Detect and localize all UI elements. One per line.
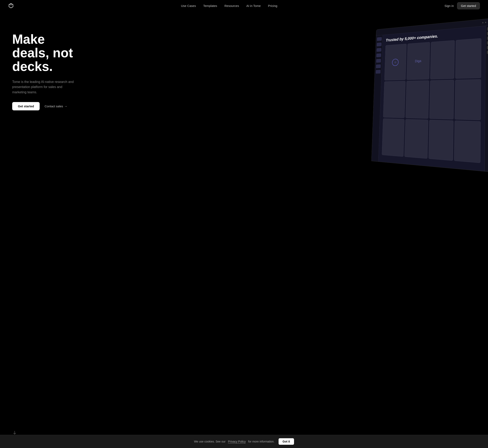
mockup-cell-6 bbox=[429, 80, 454, 119]
hero-buttons: Get started Contact sales → bbox=[12, 102, 77, 110]
hero-text-block: Make deals, not decks. Tome is the leadi… bbox=[12, 32, 77, 110]
nav-use-cases[interactable]: Use Cases bbox=[181, 4, 196, 8]
topbar-dot-2 bbox=[485, 22, 486, 23]
sign-in-button[interactable]: Sign in bbox=[445, 4, 454, 8]
hero-get-started-button[interactable]: Get started bbox=[12, 102, 40, 110]
app-mockup: Trusted by 5,000+ companies. ○ Diga bbox=[358, 16, 488, 179]
sidebar-thumb-7 bbox=[376, 70, 381, 74]
mockup-cell-0: ○ bbox=[384, 44, 407, 80]
mockup-cell-4 bbox=[383, 81, 406, 118]
right-icon-3 bbox=[487, 36, 488, 40]
navbar: Use Cases Templates Resources AI in Tome… bbox=[0, 0, 488, 11]
got-it-button[interactable]: Got it bbox=[279, 438, 294, 445]
nav-get-started-button[interactable]: Get started bbox=[457, 2, 480, 9]
hero-subtext: Tome is the leading AI-native research a… bbox=[12, 79, 77, 95]
cell-text-diga: Diga bbox=[415, 59, 421, 63]
mockup-cell-5 bbox=[406, 80, 429, 119]
right-icon-6 bbox=[487, 51, 488, 54]
mockup-cell-3 bbox=[455, 38, 481, 79]
hero-headline: Make deals, not decks. bbox=[12, 32, 77, 74]
sidebar-thumb-3 bbox=[377, 48, 381, 52]
mockup-cell-7 bbox=[455, 79, 481, 120]
sidebar-thumb-1 bbox=[377, 37, 382, 41]
sidebar-thumb-2 bbox=[377, 43, 382, 46]
mockup-cell-8 bbox=[382, 118, 404, 157]
mockup-cell-11 bbox=[454, 120, 481, 163]
nav-templates[interactable]: Templates bbox=[203, 4, 217, 8]
nav-pricing[interactable]: Pricing bbox=[268, 4, 277, 8]
nav-resources[interactable]: Resources bbox=[225, 4, 239, 8]
cookie-text-after: for more information. bbox=[248, 440, 274, 443]
right-icon-5 bbox=[487, 46, 488, 49]
mockup-cell-10 bbox=[428, 120, 454, 161]
topbar-dot-1 bbox=[482, 22, 484, 23]
sidebar-thumb-4 bbox=[376, 54, 381, 57]
mockup-cell-2 bbox=[430, 40, 455, 79]
nav-actions: Sign in Get started bbox=[445, 2, 480, 9]
scroll-down-icon bbox=[12, 430, 17, 435]
nav-links: Use Cases Templates Resources AI in Tome… bbox=[181, 4, 277, 8]
mockup-grid: ○ Diga bbox=[382, 38, 481, 163]
mockup-screen: Trusted by 5,000+ companies. ○ Diga bbox=[371, 18, 488, 172]
sidebar-thumb-6 bbox=[376, 64, 381, 68]
mockup-cell-1: Diga bbox=[407, 42, 430, 80]
sidebar-thumb-5 bbox=[376, 59, 381, 63]
nav-ai-in-tome[interactable]: AI in Tome bbox=[246, 4, 261, 8]
right-icon-1 bbox=[487, 27, 488, 31]
hero-section: Make deals, not decks. Tome is the leadi… bbox=[0, 0, 488, 448]
mockup-main: Trusted by 5,000+ companies. ○ Diga bbox=[378, 26, 485, 171]
cookie-privacy-link[interactable]: Privacy Policy bbox=[228, 440, 246, 443]
right-icon-4 bbox=[487, 41, 488, 45]
cell-circle-icon: ○ bbox=[392, 58, 399, 66]
mockup-cell-9 bbox=[404, 119, 428, 159]
cookie-text-before: We use cookies. See our bbox=[194, 440, 226, 443]
mockup-body: Trusted by 5,000+ companies. ○ Diga bbox=[372, 25, 488, 172]
logo[interactable] bbox=[8, 3, 14, 8]
right-icon-2 bbox=[487, 32, 488, 35]
contact-sales-link[interactable]: Contact sales → bbox=[45, 104, 67, 108]
cookie-banner: We use cookies. See our Privacy Policy f… bbox=[0, 435, 488, 448]
